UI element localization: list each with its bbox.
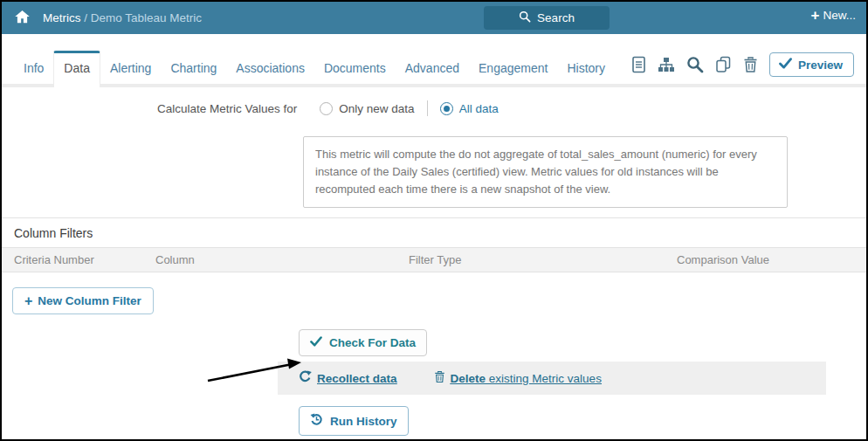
delete-label-bold: Delete xyxy=(451,372,486,385)
radio-all-data-label: All data xyxy=(459,102,499,115)
header-filter-type: Filter Type xyxy=(409,253,677,266)
radio-only-new-data[interactable]: Only new data xyxy=(320,102,414,115)
trash-icon xyxy=(434,370,445,386)
radio-icon-checked[interactable] xyxy=(440,102,453,115)
plus-icon: + xyxy=(811,10,820,22)
radio-only-new-data-label: Only new data xyxy=(339,102,414,115)
new-button-label: New... xyxy=(823,9,856,22)
check-icon xyxy=(310,336,322,349)
tab-engagement[interactable]: Engagement xyxy=(469,53,557,84)
delete-metric-values-link[interactable]: Delete existing Metric values xyxy=(434,370,602,386)
breadcrumb-current: Demo Tableau Metric xyxy=(91,11,202,24)
preview-button[interactable]: Preview xyxy=(769,52,854,77)
tab-advanced[interactable]: Advanced xyxy=(396,53,469,84)
search-zoom-icon[interactable] xyxy=(686,56,704,73)
divider xyxy=(427,100,428,116)
home-icon xyxy=(14,9,31,28)
search-icon xyxy=(519,10,531,25)
tab-info[interactable]: Info xyxy=(14,53,53,84)
header-comparison-value: Comparison Value xyxy=(677,253,866,266)
header-criteria-number: Criteria Number xyxy=(14,253,155,266)
radio-icon-unchecked[interactable] xyxy=(320,102,333,115)
tab-bar: Info Data Alerting Charting Associations… xyxy=(2,51,866,87)
search-button[interactable]: Search xyxy=(484,6,610,30)
breadcrumb-separator: / xyxy=(81,11,91,24)
document-icon[interactable] xyxy=(631,56,646,73)
column-filters-section: Column Filters Criteria Number Column Fi… xyxy=(2,217,866,314)
column-filters-header-row: Criteria Number Column Filter Type Compa… xyxy=(2,247,866,272)
tab-associations[interactable]: Associations xyxy=(226,53,314,84)
new-column-filter-label: New Column Filter xyxy=(38,294,141,307)
home-button[interactable] xyxy=(14,9,31,28)
tab-charting[interactable]: Charting xyxy=(161,53,226,84)
preview-button-label: Preview xyxy=(798,59,843,72)
trash-icon[interactable] xyxy=(743,56,758,73)
tab-history[interactable]: History xyxy=(557,53,615,84)
column-filters-title: Column Filters xyxy=(2,218,866,247)
top-header-bar: Metrics / Demo Tableau Metric Search + N… xyxy=(2,2,866,34)
breadcrumb: Metrics / Demo Tableau Metric xyxy=(43,11,202,24)
recollect-data-label: Recollect data xyxy=(317,372,397,385)
check-for-data-button[interactable]: Check For Data xyxy=(299,329,427,356)
recollect-data-link[interactable]: Recollect data xyxy=(299,370,397,386)
tab-documents[interactable]: Documents xyxy=(314,53,396,84)
check-for-data-label: Check For Data xyxy=(329,336,416,349)
header-column: Column xyxy=(155,253,409,266)
calculate-label: Calculate Metric Values for xyxy=(157,102,297,115)
new-column-filter-button[interactable]: + New Column Filter xyxy=(12,287,154,314)
toolbar: Preview xyxy=(631,52,854,84)
history-icon xyxy=(310,413,323,429)
radio-all-data[interactable]: All data xyxy=(440,102,499,115)
copy-icon[interactable] xyxy=(715,56,732,73)
recollect-delete-row: Recollect data Delete existing Metric va… xyxy=(278,362,826,395)
check-icon xyxy=(779,58,792,72)
app-window: Metrics / Demo Tableau Metric Search + N… xyxy=(0,0,868,441)
metric-description-box: This metric will compute the do not aggr… xyxy=(303,136,788,208)
refresh-icon xyxy=(299,370,312,386)
new-button[interactable]: + New... xyxy=(811,9,856,22)
run-history-button[interactable]: Run History xyxy=(299,406,409,436)
tab-alerting[interactable]: Alerting xyxy=(100,53,161,84)
search-button-label: Search xyxy=(537,11,575,24)
tab-data[interactable]: Data xyxy=(53,51,100,87)
run-history-label: Run History xyxy=(330,415,397,428)
delete-label-rest: existing Metric values xyxy=(486,372,602,385)
plus-icon: + xyxy=(24,296,32,307)
calculate-metric-row: Calculate Metric Values for Only new dat… xyxy=(157,99,866,118)
breadcrumb-root[interactable]: Metrics xyxy=(43,11,81,24)
sitemap-icon[interactable] xyxy=(658,57,675,73)
